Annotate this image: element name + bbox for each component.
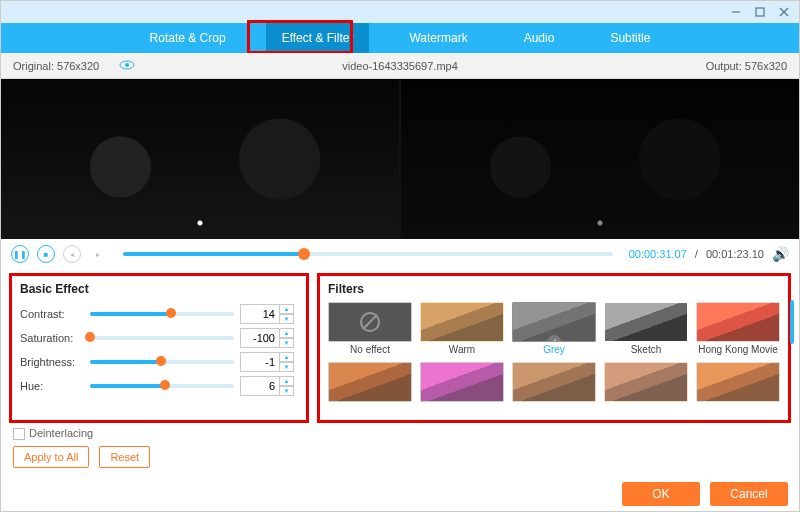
basic-label: Saturation: [20,332,84,344]
filter-preview [604,362,688,402]
prev-frame-button[interactable]: ◂ [63,245,81,263]
basic-value-input[interactable] [240,352,280,372]
basic-row: Hue:▲▼ [20,374,298,398]
svg-point-5 [125,63,129,67]
spin-down-icon[interactable]: ▼ [280,314,294,324]
reset-button[interactable]: Reset [99,446,150,468]
spin-down-icon[interactable]: ▼ [280,338,294,348]
filter-label [512,404,596,416]
next-frame-button[interactable]: ▸ [89,245,107,263]
info-bar: Original: 576x320 video-1643335697.mp4 O… [1,53,799,79]
spin-down-icon[interactable]: ▼ [280,386,294,396]
timeline-slider[interactable] [123,252,613,256]
basic-row: Contrast:▲▼ [20,302,298,326]
spin-up-icon[interactable]: ▲ [280,352,294,362]
filter-preview: ✓ [512,302,596,342]
volume-icon[interactable]: 🔊 [772,246,789,262]
filter-preview [420,302,504,342]
basic-row: Brightness:▲▼ [20,350,298,374]
filter-label [328,404,412,416]
no-effect-icon [328,302,412,342]
filter-thumb[interactable] [512,362,596,416]
filter-preview [328,362,412,402]
ok-button[interactable]: OK [622,482,700,506]
output-size-label: Output: 576x320 [706,60,787,72]
filter-preview [696,362,780,402]
filter-label [604,404,688,416]
basic-effect-panel: Basic Effect Contrast:▲▼Saturation:▲▼Bri… [9,273,309,423]
filters-panel: Filters No effectWarm✓GreySketchHong Kon… [317,273,791,423]
filter-thumb[interactable] [420,362,504,416]
preview-eye-icon[interactable] [119,60,135,72]
basic-slider[interactable] [90,360,234,364]
basic-slider[interactable] [90,312,234,316]
cancel-button[interactable]: Cancel [710,482,788,506]
tab-subtitle[interactable]: Subtitle [594,23,666,53]
svg-rect-1 [756,8,764,16]
basic-value-input[interactable] [240,304,280,324]
stop-button[interactable]: ■ [37,245,55,263]
filter-thumb[interactable]: Warm [420,302,504,356]
basic-slider[interactable] [90,336,234,340]
filter-thumb[interactable] [604,362,688,416]
pause-button[interactable]: ❚❚ [11,245,29,263]
basic-label: Contrast: [20,308,84,320]
filter-label [696,404,780,416]
check-icon: ✓ [547,335,561,342]
minimize-button[interactable] [725,3,747,21]
time-sep: / [695,248,698,260]
time-total: 00:01:23.10 [706,248,764,260]
basic-label: Hue: [20,380,84,392]
filename-label: video-1643335697.mp4 [342,60,458,72]
playback-bar: ❚❚ ■ ◂ ▸ 00:00:31.07 / 00:01:23.10 🔊 [1,239,799,269]
filter-label: Hong Kong Movie [696,344,780,356]
spin-up-icon[interactable]: ▲ [280,304,294,314]
filter-label: No effect [328,344,412,356]
dialog-footer: OK Cancel [622,482,788,506]
highlight-box [247,20,353,54]
apply-to-all-button[interactable]: Apply to All [13,446,89,468]
basic-label: Brightness: [20,356,84,368]
spin-down-icon[interactable]: ▼ [280,362,294,372]
basic-spinner[interactable]: ▲▼ [240,352,298,372]
basic-spinner[interactable]: ▲▼ [240,376,298,396]
preview-row [1,79,799,239]
filters-title: Filters [328,282,780,296]
filter-label [420,404,504,416]
time-current: 00:00:31.07 [629,248,687,260]
deinterlacing-checkbox[interactable]: Deinterlacing [13,427,93,440]
filter-thumb[interactable] [328,362,412,416]
titlebar [1,1,799,23]
tab-audio[interactable]: Audio [508,23,571,53]
original-size-label: Original: 576x320 [1,60,99,72]
main-tabs: Rotate & Crop Effect & Filter Watermark … [1,23,799,53]
svg-line-7 [363,315,377,329]
basic-slider[interactable] [90,384,234,388]
filter-thumb[interactable]: Hong Kong Movie [696,302,780,356]
maximize-button[interactable] [749,3,771,21]
spin-up-icon[interactable]: ▲ [280,376,294,386]
filter-preview [696,302,780,342]
tab-rotate-crop[interactable]: Rotate & Crop [134,23,242,53]
filter-preview [420,362,504,402]
basic-spinner[interactable]: ▲▼ [240,304,298,324]
filter-label: Warm [420,344,504,356]
basic-value-input[interactable] [240,328,280,348]
filter-thumb[interactable]: No effect [328,302,412,356]
basic-effect-title: Basic Effect [20,282,298,296]
filter-thumb[interactable] [696,362,780,416]
basic-spinner[interactable]: ▲▼ [240,328,298,348]
filter-label: Grey [512,344,596,356]
basic-value-input[interactable] [240,376,280,396]
filter-preview [512,362,596,402]
basic-row: Saturation:▲▼ [20,326,298,350]
close-button[interactable] [773,3,795,21]
preview-output [399,79,799,239]
filter-label: Sketch [604,344,688,356]
spin-up-icon[interactable]: ▲ [280,328,294,338]
tab-watermark[interactable]: Watermark [393,23,483,53]
filter-thumb[interactable]: Sketch [604,302,688,356]
filters-scrollbar[interactable] [790,300,794,344]
filter-thumb[interactable]: ✓Grey [512,302,596,356]
filter-preview [604,302,688,342]
